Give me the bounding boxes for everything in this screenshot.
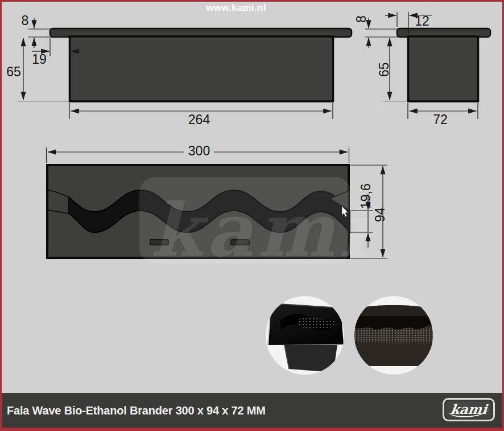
front-dim-flange-height: 8	[22, 13, 29, 28]
photo-inset-corner	[266, 296, 344, 375]
footer-bar: Fala Wave Bio-Ethanol Brander 300 x 94 x…	[2, 393, 502, 429]
side-view: 8 12 65 72	[354, 12, 490, 127]
side-dim-body-width: 72	[433, 112, 448, 127]
top-dim-width: 300	[188, 143, 210, 158]
top-view: kami 300 19,6 94	[47, 143, 388, 273]
front-dim-body-height: 65	[6, 64, 21, 79]
kami-logo: kami	[443, 398, 495, 421]
watermark-text: kami	[151, 187, 373, 273]
top-dim-slot-width: 19,6	[358, 183, 373, 209]
side-dim-body-height: 65	[377, 62, 391, 77]
side-dim-flange-offset: 12	[415, 14, 429, 28]
front-dim-body-width: 264	[188, 112, 210, 127]
watermark: kami	[139, 177, 373, 273]
product-title: Fala Wave Bio-Ethanol Brander 300 x 94 x…	[7, 404, 266, 417]
side-body	[408, 36, 478, 101]
top-dim-depth: 94	[373, 207, 387, 222]
front-dim-flange-offset: 19	[32, 52, 47, 67]
front-body	[70, 36, 333, 101]
product-drawing-image: www.kami.nl 8	[0, 0, 504, 431]
side-dim-flange-height: 8	[354, 15, 369, 23]
technical-drawing: 8 19 65 264 8	[2, 2, 502, 400]
front-view: 8 19 65 264	[6, 13, 352, 127]
kami-logo-text: kami	[448, 403, 490, 417]
photo-inset-closeup	[353, 296, 434, 375]
